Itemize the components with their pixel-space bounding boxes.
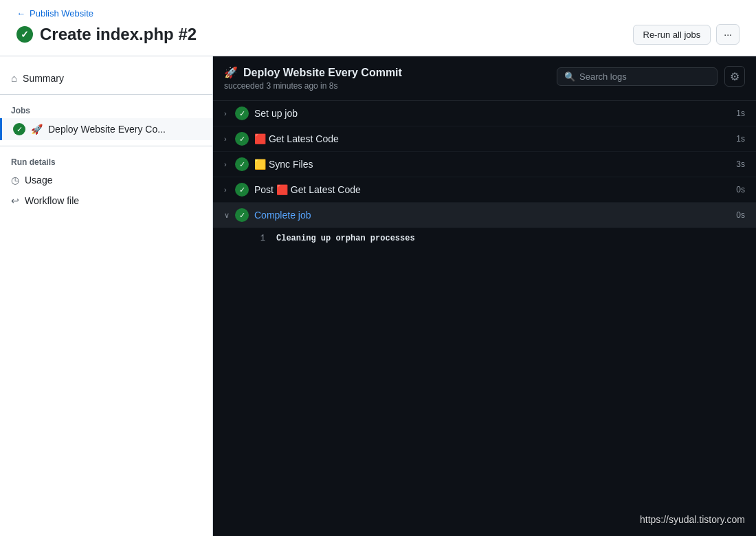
step-check-complete: ✓: [235, 208, 249, 222]
log-line-1: 1 Cleaning up orphan processes: [252, 232, 745, 245]
step-check-setup: ✓: [235, 107, 249, 120]
sidebar-divider-2: [0, 146, 212, 146]
job-rocket-icon: 🚀: [31, 124, 43, 135]
step-check-get-latest: ✓: [235, 132, 249, 146]
search-logs-input-wrap[interactable]: 🔍: [557, 67, 718, 86]
header: ← Publish Website ✓ Create index.php #2 …: [0, 0, 756, 56]
sidebar-item-workflow-file[interactable]: ↩ Workflow file: [0, 190, 212, 211]
step-duration-sync: 3s: [729, 159, 745, 169]
deploy-rocket-icon: 🚀: [224, 66, 238, 79]
page-title-text: Create index.php #2: [40, 25, 197, 44]
chevron-right-icon: ›: [224, 109, 235, 118]
jobs-section-label: Jobs: [0, 100, 212, 118]
sidebar-item-usage[interactable]: ◷ Usage: [0, 170, 212, 190]
chevron-down-icon: ∨: [224, 211, 235, 220]
summary-label: Summary: [23, 73, 64, 84]
step-row-post-get-latest[interactable]: › ✓ Post 🟥 Get Latest Code 0s: [213, 177, 756, 203]
main-layout: ⌂ Summary Jobs ✓ 🚀 Deploy Website Every …: [0, 56, 756, 536]
chevron-right-icon-2: ›: [224, 135, 235, 143]
step-duration-get-latest: 1s: [729, 134, 745, 144]
usage-label: Usage: [25, 175, 52, 186]
step-name-sync: 🟨 Sync Files: [254, 159, 729, 170]
title-row: ✓ Create index.php #2 Re-run all jobs ··…: [16, 24, 740, 45]
step-check-post: ✓: [235, 183, 249, 197]
log-line-num-1: 1: [252, 232, 265, 245]
log-controls: 🔍 ⚙: [557, 66, 745, 87]
sidebar-job-item-deploy[interactable]: ✓ 🚀 Deploy Website Every Co...: [0, 118, 212, 140]
rerun-all-jobs-button[interactable]: Re-run all jobs: [633, 25, 711, 45]
sidebar-divider-1: [0, 94, 212, 95]
log-title-area: 🚀 Deploy Website Every Commit succeeded …: [224, 66, 402, 91]
chevron-right-icon-4: ›: [224, 186, 235, 194]
log-panel: 🚀 Deploy Website Every Commit succeeded …: [213, 56, 756, 536]
header-actions: Re-run all jobs ···: [633, 24, 740, 45]
log-content-complete-job: 1 Cleaning up orphan processes: [213, 228, 756, 249]
home-icon: ⌂: [11, 72, 17, 84]
page: ← Publish Website ✓ Create index.php #2 …: [0, 0, 756, 536]
page-title: ✓ Create index.php #2: [16, 25, 197, 44]
more-options-button[interactable]: ···: [716, 24, 740, 45]
run-details-label: Run details: [0, 152, 212, 170]
back-label: Publish Website: [30, 8, 93, 19]
log-header: 🚀 Deploy Website Every Commit succeeded …: [213, 56, 756, 101]
step-row-complete-job[interactable]: ∨ ✓ Complete job 0s: [213, 203, 756, 228]
step-row-setup-job[interactable]: › ✓ Set up job 1s: [213, 101, 756, 126]
log-line-text-1: Cleaning up orphan processes: [276, 232, 415, 245]
search-icon: 🔍: [564, 71, 575, 82]
log-steps: › ✓ Set up job 1s › ✓ 🟥 Get Latest Code …: [213, 101, 756, 536]
usage-icon: ◷: [11, 175, 19, 186]
step-name-setup: Set up job: [254, 108, 729, 119]
sidebar-item-summary[interactable]: ⌂ Summary: [0, 67, 212, 89]
step-check-sync: ✓: [235, 157, 249, 171]
step-duration-complete: 0s: [729, 210, 745, 220]
sidebar-job-label: Deploy Website Every Co...: [48, 124, 166, 135]
log-title-text: Deploy Website Every Commit: [243, 67, 402, 79]
step-row-get-latest[interactable]: › ✓ 🟥 Get Latest Code 1s: [213, 126, 756, 152]
workflow-file-label: Workflow file: [25, 195, 79, 206]
sidebar: ⌂ Summary Jobs ✓ 🚀 Deploy Website Every …: [0, 56, 213, 536]
success-icon: ✓: [16, 26, 33, 43]
workflow-icon: ↩: [11, 195, 19, 206]
gear-icon: ⚙: [730, 70, 740, 83]
step-name-get-latest: 🟥 Get Latest Code: [254, 133, 729, 144]
back-link[interactable]: ← Publish Website: [16, 8, 740, 19]
job-success-icon: ✓: [13, 123, 25, 135]
watermark: https://syudal.tistory.com: [640, 514, 745, 525]
step-name-complete: Complete job: [254, 210, 729, 221]
search-logs-input[interactable]: [579, 71, 710, 82]
log-title: 🚀 Deploy Website Every Commit: [224, 66, 402, 79]
chevron-right-icon-3: ›: [224, 160, 235, 168]
step-duration-post: 0s: [729, 185, 745, 194]
step-duration-setup: 1s: [729, 109, 745, 118]
settings-button[interactable]: ⚙: [724, 66, 745, 87]
log-subtitle: succeeded 3 minutes ago in 8s: [224, 81, 402, 91]
back-arrow-icon: ←: [16, 8, 25, 19]
step-row-sync-files[interactable]: › ✓ 🟨 Sync Files 3s: [213, 152, 756, 177]
step-name-post: Post 🟥 Get Latest Code: [254, 184, 729, 195]
